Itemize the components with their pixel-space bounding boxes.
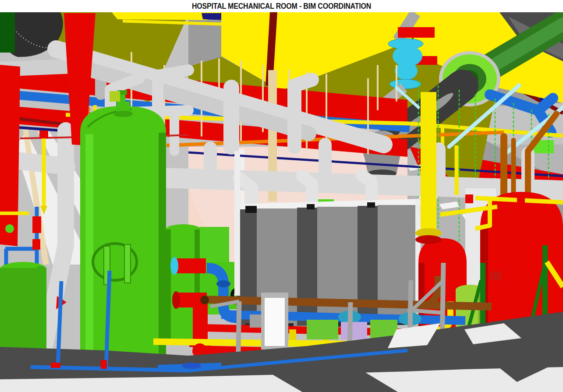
green-ball-valve[interactable] (5, 224, 14, 233)
corner-green-box (0, 12, 15, 53)
main-green-tank[interactable] (80, 90, 166, 378)
view-title: HOSPITAL MECHANICAL ROOM - BIM COORDINAT… (192, 1, 371, 11)
bim-viewport[interactable]: HOSPITAL MECHANICAL ROOM - BIM COORDINAT… (0, 0, 563, 392)
lavender-box (341, 322, 367, 339)
boiler-2-side[interactable] (297, 208, 317, 326)
view-title-bar: HOSPITAL MECHANICAL ROOM - BIM COORDINAT… (0, 0, 563, 12)
model-canvas[interactable] (0, 0, 563, 392)
